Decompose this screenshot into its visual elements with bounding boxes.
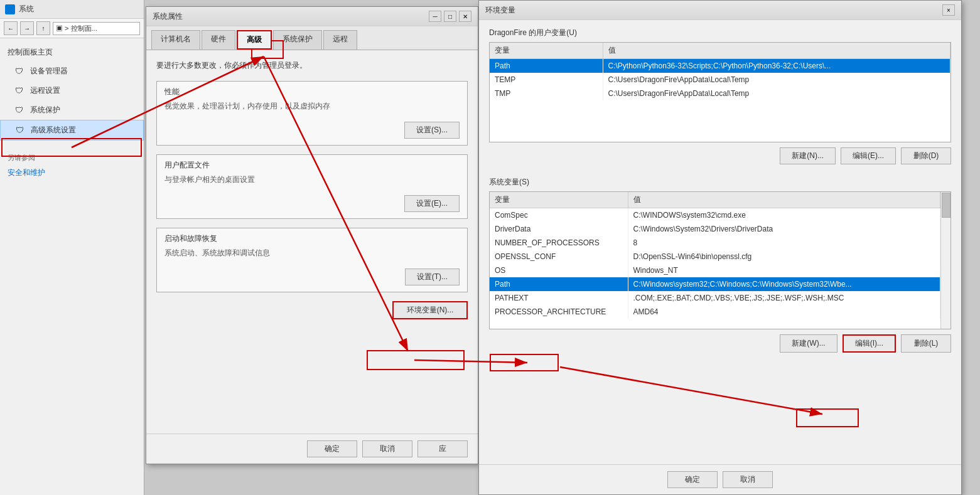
sys-var-name-path: Path bbox=[490, 277, 628, 291]
env-title-bar: 环境变量 × bbox=[479, 1, 961, 20]
shield-icon-1 bbox=[15, 67, 25, 77]
env-ok-btn[interactable]: 确定 bbox=[667, 471, 718, 488]
sysprop-cancel-btn[interactable]: 取消 bbox=[362, 440, 412, 457]
sys-var-val-os: Windows_NT bbox=[628, 263, 940, 277]
sysprop-apply-btn[interactable]: 应 bbox=[417, 440, 468, 457]
sys-var-row-pathext[interactable]: PATHEXT .COM;.EXE;.BAT;.CMD;.VBS;.VBE;.J… bbox=[490, 291, 940, 305]
sys-var-name-procarch: PROCESSOR_ARCHITECTURE bbox=[490, 305, 628, 319]
env-cancel-btn[interactable]: 取消 bbox=[723, 471, 773, 488]
sys-var-row-numproc[interactable]: NUMBER_OF_PROCESSORS 8 bbox=[490, 236, 940, 250]
user-vars-section-title: DragonFire 的用户变量(U) bbox=[479, 20, 961, 42]
sysprop-close-btn[interactable]: ✕ bbox=[459, 11, 471, 22]
user-edit-btn[interactable]: 编辑(E)... bbox=[841, 147, 896, 164]
system-window-icon bbox=[5, 4, 15, 14]
tab-advanced[interactable]: 高级 bbox=[237, 30, 272, 50]
system-title-bar: 系统 bbox=[0, 0, 144, 19]
user-var-name-tmp: TMP bbox=[490, 87, 603, 100]
startup-recovery-label: 启动和故障恢复 bbox=[157, 228, 467, 247]
env-title: 环境变量 bbox=[485, 5, 515, 16]
sidebar: 控制面板主页 设备管理器 远程设置 系统保护 高级系统设置 另请参阅 安全和维护 bbox=[0, 38, 144, 184]
sys-var-name-driverdata: DriverData bbox=[490, 222, 628, 236]
tab-system-protection[interactable]: 系统保护 bbox=[273, 30, 322, 50]
user-profile-section: 用户配置文件 与登录帐户相关的桌面设置 设置(E)... bbox=[156, 154, 468, 219]
user-var-val-temp: C:\Users\DragonFire\AppData\Local\Temp bbox=[603, 73, 950, 87]
sys-vars-table-container: 变量 值 ComSpec C:\WINDOWS\system32\cmd.exe… bbox=[489, 191, 951, 329]
user-var-val-tmp: C:\Users\DragonFire\AppData\Local\Temp bbox=[603, 87, 950, 100]
tab-computer-name[interactable]: 计算机名 bbox=[151, 30, 200, 50]
sidebar-item-label-3: 系统保护 bbox=[30, 105, 60, 115]
nav-forward-btn[interactable]: → bbox=[20, 21, 34, 35]
user-var-row-path[interactable]: Path C:\Python\Python36-32\Scripts;C:\Py… bbox=[490, 59, 950, 73]
startup-recovery-section: 启动和故障恢复 系统启动、系统故障和调试信息 设置(T)... bbox=[156, 228, 468, 292]
user-vars-col-var: 变量 bbox=[490, 43, 603, 59]
shield-icon-4 bbox=[16, 125, 26, 136]
sys-delete-btn[interactable]: 删除(L) bbox=[901, 334, 951, 353]
sys-new-btn[interactable]: 新建(W)... bbox=[780, 334, 837, 353]
env-close-btn[interactable]: × bbox=[942, 4, 955, 16]
user-profile-label: 用户配置文件 bbox=[157, 155, 467, 173]
sys-var-val-pathext: .COM;.EXE;.BAT;.CMD;.VBS;.VBE;.JS;.JSE;.… bbox=[628, 291, 940, 305]
user-var-val-path: C:\Python\Python36-32\Scripts;C:\Python\… bbox=[603, 59, 950, 73]
sysprop-ok-btn[interactable]: 确定 bbox=[307, 440, 357, 457]
system-window-title: 系统 bbox=[19, 4, 34, 14]
sys-edit-btn[interactable]: 编辑(I)... bbox=[843, 334, 896, 353]
sys-var-val-path: C:\Windows\system32;C:\Windows;C:\Window… bbox=[628, 277, 940, 291]
scrollbar-thumb[interactable] bbox=[942, 193, 950, 218]
user-delete-btn[interactable]: 删除(D) bbox=[901, 147, 951, 164]
sysprop-title-bar: 系统属性 ─ □ ✕ bbox=[146, 7, 478, 26]
nav-up-btn[interactable]: ↑ bbox=[36, 21, 50, 35]
sidebar-item-protection[interactable]: 系统保护 bbox=[0, 100, 144, 120]
user-var-name-temp: TEMP bbox=[490, 73, 603, 87]
sidebar-item-label-2: 远程设置 bbox=[30, 85, 60, 96]
sys-var-val-driverdata: C:\Windows\System32\Drivers\DriverData bbox=[628, 222, 940, 236]
sys-var-name-openssl: OPENSSL_CONF bbox=[490, 250, 628, 263]
sidebar-item-device-manager[interactable]: 设备管理器 bbox=[0, 61, 144, 81]
system-window: 系统 ← → ↑ ▣ > 控制面... 控制面板主页 设备管理器 远程设置 系统… bbox=[0, 0, 144, 495]
sys-vars-table: 变量 值 ComSpec C:\WINDOWS\system32\cmd.exe… bbox=[490, 192, 940, 319]
performance-desc: 视觉效果，处理器计划，内存使用，以及虚拟内存 bbox=[157, 100, 467, 118]
sys-var-row-os[interactable]: OS Windows_NT bbox=[490, 263, 940, 277]
sysprop-content: 要进行大多数更改，你必须作为管理员登录。 性能 视觉效果，处理器计划，内存使用，… bbox=[146, 50, 478, 329]
sys-var-name-numproc: NUMBER_OF_PROCESSORS bbox=[490, 236, 628, 250]
sidebar-item-remote[interactable]: 远程设置 bbox=[0, 81, 144, 100]
tab-hardware[interactable]: 硬件 bbox=[202, 30, 235, 50]
sysprop-maximize-btn[interactable]: □ bbox=[444, 11, 456, 22]
nav-bar: ← → ↑ ▣ > 控制面... bbox=[0, 19, 144, 38]
sys-var-row-openssl[interactable]: OPENSSL_CONF D:\OpenSSL-Win64\bin\openss… bbox=[490, 250, 940, 263]
sysprop-footer: 确定 取消 应 bbox=[146, 434, 478, 464]
env-win-controls: × bbox=[942, 4, 955, 16]
user-vars-col-val: 值 bbox=[603, 43, 950, 59]
startup-recovery-desc: 系统启动、系统故障和调试信息 bbox=[157, 247, 467, 265]
tab-remote[interactable]: 远程 bbox=[323, 30, 357, 50]
sys-vars-scrollbar[interactable] bbox=[940, 192, 950, 329]
sys-var-name-comspec: ComSpec bbox=[490, 208, 628, 223]
nav-back-btn[interactable]: ← bbox=[4, 21, 18, 35]
user-var-row-tmp[interactable]: TMP C:\Users\DragonFire\AppData\Local\Te… bbox=[490, 87, 950, 100]
sys-vars-btn-row: 新建(W)... 编辑(I)... 删除(L) bbox=[479, 329, 961, 358]
sys-var-name-pathext: PATHEXT bbox=[490, 291, 628, 305]
sysprop-minimize-btn[interactable]: ─ bbox=[429, 11, 441, 22]
sys-var-name-os: OS bbox=[490, 263, 628, 277]
sys-var-val-openssl: D:\OpenSSL-Win64\bin\openssl.cfg bbox=[628, 250, 940, 263]
sys-var-val-numproc: 8 bbox=[628, 236, 940, 250]
sys-vars-col-val: 值 bbox=[628, 192, 940, 208]
shield-icon-2 bbox=[15, 86, 25, 96]
tab-bar: 计算机名 硬件 高级 系统保护 远程 bbox=[146, 26, 478, 50]
user-profile-settings-btn[interactable]: 设置(E)... bbox=[404, 195, 460, 212]
ref-link-security[interactable]: 安全和维护 bbox=[8, 166, 136, 179]
user-vars-table: 变量 值 Path C:\Python\Python36-32\Scripts;… bbox=[490, 43, 950, 100]
performance-settings-btn[interactable]: 设置(S)... bbox=[404, 122, 460, 139]
env-vars-btn[interactable]: 环境变量(N)... bbox=[392, 301, 468, 319]
env-vars-dialog: 环境变量 × DragonFire 的用户变量(U) 变量 值 Path C:\… bbox=[478, 0, 962, 495]
sys-var-row-procarch[interactable]: PROCESSOR_ARCHITECTURE AMD64 bbox=[490, 305, 940, 319]
user-new-btn[interactable]: 新建(N)... bbox=[780, 147, 836, 164]
user-var-row-temp[interactable]: TEMP C:\Users\DragonFire\AppData\Local\T… bbox=[490, 73, 950, 87]
sidebar-item-advanced[interactable]: 高级系统设置 bbox=[0, 120, 144, 141]
user-vars-btn-row: 新建(N)... 编辑(E)... 删除(D) bbox=[479, 142, 961, 169]
sys-vars-col-var: 变量 bbox=[490, 192, 628, 208]
startup-recovery-settings-btn[interactable]: 设置(T)... bbox=[405, 269, 460, 285]
performance-label: 性能 bbox=[157, 82, 467, 100]
sys-var-row-driverdata[interactable]: DriverData C:\Windows\System32\Drivers\D… bbox=[490, 222, 940, 236]
sys-var-row-path[interactable]: Path C:\Windows\system32;C:\Windows;C:\W… bbox=[490, 277, 940, 291]
sys-var-row-comspec[interactable]: ComSpec C:\WINDOWS\system32\cmd.exe bbox=[490, 208, 940, 223]
